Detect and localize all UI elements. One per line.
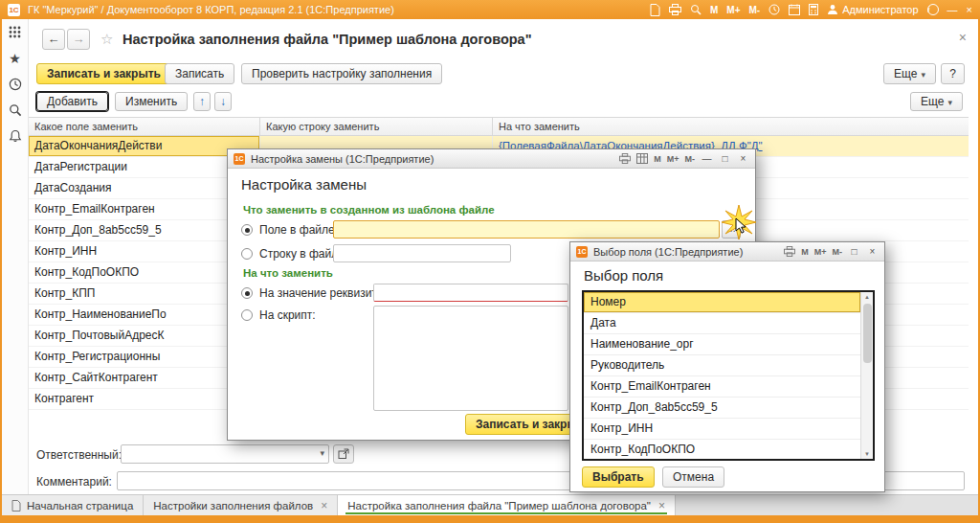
window-titlebar: 1С ГК "Меркурий" / Документооборот 8 КОР…	[0, 0, 980, 19]
combo-chevron-down-icon[interactable]: ▾	[320, 448, 324, 458]
magnifier-icon[interactable]	[690, 4, 702, 15]
check-fill-settings-button[interactable]: Проверить настройку заполнения	[241, 63, 442, 84]
memory-m-plus-button[interactable]: М+	[667, 154, 679, 164]
clock-icon[interactable]	[768, 4, 780, 15]
printer-icon[interactable]	[784, 246, 795, 257]
1c-logo-text: 1С	[578, 248, 587, 255]
field-list-item[interactable]: Контр_ИНН	[584, 419, 860, 440]
column-header-replace[interactable]: На что заменить	[493, 118, 969, 135]
sidebar: ★	[2, 19, 29, 494]
printer-icon[interactable]	[619, 153, 631, 164]
1c-logo-text: 1С	[9, 6, 18, 14]
memory-m-minus-button[interactable]: М-	[833, 247, 843, 257]
field-list-item[interactable]: Контр_EmailКонтраген	[584, 376, 860, 398]
scrollbar-thumb[interactable]	[863, 304, 872, 363]
dialog-close-icon[interactable]: ×	[737, 153, 749, 164]
printer-icon[interactable]	[669, 4, 681, 15]
string-in-file-input[interactable]	[333, 244, 511, 262]
dialog-titlebar[interactable]: 1С Выбор поля (1С:Предприятие) М М+ М- □…	[570, 242, 884, 262]
attribute-value-input[interactable]	[373, 284, 568, 302]
tab-home[interactable]: Начальная страница	[2, 495, 144, 515]
edit-button[interactable]: Изменить	[115, 92, 188, 111]
comment-label: Комментарий:	[36, 475, 112, 489]
attribute-value-radio-label: На значение реквизита:	[259, 286, 387, 300]
open-link-icon	[338, 448, 349, 460]
move-down-button[interactable]: ↓	[214, 92, 232, 111]
dialog-maximize-icon[interactable]: □	[848, 246, 860, 257]
tools-menu-icon[interactable]	[2, 19, 28, 45]
history-clock-icon[interactable]	[2, 71, 28, 97]
forward-button[interactable]: →	[67, 29, 90, 50]
document-icon[interactable]	[650, 4, 660, 16]
app-window: 1С ГК "Меркурий" / Документооборот 8 КОР…	[0, 0, 980, 523]
field-list-item[interactable]: Руководитель	[584, 355, 860, 376]
select-button[interactable]: Выбрать	[582, 466, 655, 488]
memory-m-button[interactable]: M	[710, 5, 718, 15]
memory-m-plus-button[interactable]: М+	[814, 247, 827, 257]
field-in-file-input[interactable]	[333, 220, 720, 239]
close-icon[interactable]: ×	[967, 0, 972, 19]
field-list-item[interactable]: Контр_КодПоОКПО	[584, 440, 860, 461]
dialog-heading: Настройка замены	[241, 176, 367, 193]
current-user-menu[interactable]: Администратор	[827, 4, 918, 15]
form-close-icon[interactable]: ×	[959, 30, 967, 45]
more-actions-button[interactable]: Еще▾	[883, 63, 936, 84]
field-choose-button[interactable]: …	[722, 220, 741, 239]
scroll-up-icon[interactable]: ▲	[861, 294, 873, 300]
favorite-toggle-icon[interactable]: ☆	[100, 31, 113, 48]
column-header-field[interactable]: Какое поле заменить	[29, 118, 260, 135]
table-more-button[interactable]: Еще▾	[910, 92, 963, 111]
responsible-open-button[interactable]	[333, 444, 354, 464]
scrollbar[interactable]: ▲ ▼	[860, 292, 873, 459]
favorites-star-icon[interactable]: ★	[2, 45, 28, 71]
back-button[interactable]: ←	[42, 29, 65, 50]
chevron-down-icon: ▾	[921, 70, 925, 80]
value-radio-row: На значение реквизита:	[241, 284, 387, 302]
responsible-input[interactable]: ▾	[121, 444, 329, 464]
1c-logo-icon: 1С	[8, 4, 20, 16]
scroll-down-icon[interactable]: ▼	[861, 451, 873, 457]
script-textarea[interactable]	[373, 306, 568, 411]
attribute-value-radio[interactable]	[241, 287, 253, 299]
tab-fill-settings-list[interactable]: Настройки заполнения файлов ×	[144, 495, 338, 515]
field-radio[interactable]	[241, 224, 253, 236]
calculator-icon[interactable]	[809, 4, 818, 15]
script-radio-row: На скрипт:	[241, 306, 316, 324]
dialog-titlebar[interactable]: 1С Настройка замены (1С:Предприятие) М М…	[228, 149, 755, 169]
tab-close-icon[interactable]: ×	[658, 499, 665, 512]
notifications-bell-icon[interactable]	[2, 123, 28, 148]
string-radio[interactable]	[241, 248, 253, 260]
calendar-icon[interactable]	[789, 4, 800, 15]
minimize-icon[interactable]: —	[947, 0, 958, 19]
tab-close-icon[interactable]: ×	[321, 499, 327, 512]
field-list-item[interactable]: Контр_Доп_8ab5cc59_5	[584, 398, 860, 419]
field-list-item[interactable]: Номер	[584, 292, 860, 313]
dialog-close-icon[interactable]: ×	[866, 246, 879, 257]
move-up-button[interactable]: ↑	[193, 92, 211, 111]
script-radio[interactable]	[241, 309, 253, 321]
save-and-close-button[interactable]: Записать и закрыть	[36, 63, 171, 84]
memory-m-plus-button[interactable]: M+	[726, 5, 740, 15]
table-grid-icon[interactable]	[636, 153, 648, 164]
field-list-item[interactable]: Дата	[584, 313, 860, 334]
cancel-button[interactable]: Отмена	[662, 466, 724, 488]
cell-field: Контрагент	[29, 389, 260, 410]
info-icon[interactable]: i	[927, 4, 939, 15]
save-button[interactable]: Записать	[165, 63, 234, 84]
add-button[interactable]: Добавить	[36, 92, 108, 111]
field-list-item[interactable]: Наименование_орг	[584, 334, 860, 355]
tab-fill-setting-current[interactable]: Настройка заполнения файла "Пример шабло…	[338, 495, 676, 515]
column-header-string[interactable]: Какую строку заменить	[260, 118, 493, 135]
cell-field: Контр_КодПоОКПО	[29, 262, 260, 284]
search-icon[interactable]	[2, 97, 28, 123]
memory-m-minus-button[interactable]: М-	[685, 154, 696, 164]
memory-m-button[interactable]: М	[654, 154, 661, 164]
cell-field: Контр_ИНН	[29, 241, 260, 262]
field-select-dialog: 1С Выбор поля (1С:Предприятие) М М+ М- □…	[569, 241, 885, 492]
memory-m-button[interactable]: М	[801, 247, 809, 257]
current-user-name: Администратор	[842, 4, 918, 15]
dialog-minimize-icon[interactable]: —	[701, 153, 713, 164]
help-button[interactable]: ?	[941, 63, 965, 84]
dialog-maximize-icon[interactable]: □	[719, 153, 731, 164]
memory-m-minus-button[interactable]: M-	[749, 5, 761, 15]
